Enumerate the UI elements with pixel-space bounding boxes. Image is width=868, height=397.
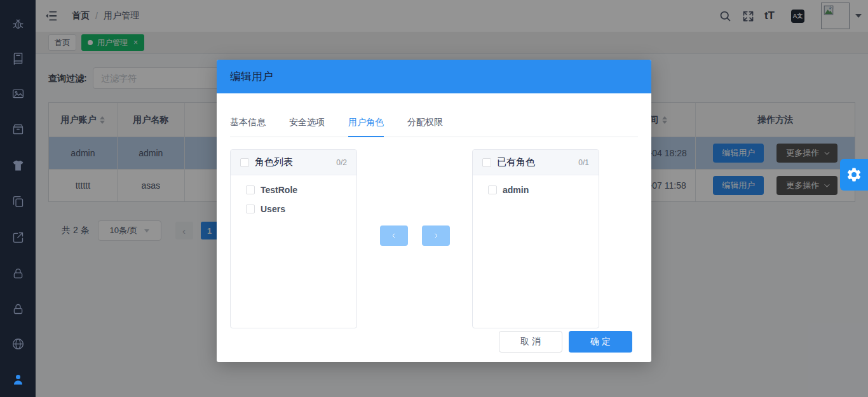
modal-header: 编辑用户: [217, 60, 651, 93]
transfer-to-right-button[interactable]: [422, 225, 450, 246]
transfer-to-left-button[interactable]: [380, 225, 408, 246]
item-checkbox[interactable]: [246, 205, 255, 213]
select-all-checkbox[interactable]: [240, 158, 249, 167]
list-item[interactable]: TestRole: [231, 180, 356, 199]
select-all-checkbox[interactable]: [482, 158, 491, 167]
list-item[interactable]: Users: [231, 199, 356, 219]
item-checkbox[interactable]: [246, 185, 255, 194]
transfer-source-header: 角色列表 0/2: [231, 150, 356, 175]
sidebar-item-user-icon[interactable]: [0, 367, 36, 392]
edit-user-modal: 编辑用户 基本信息 安全选项 用户角色 分配权限 角色列表 0/2 TestRo…: [217, 60, 651, 362]
transfer-source-list: TestRole Users: [231, 175, 356, 219]
sidebar-item-external-link-icon[interactable]: [0, 224, 36, 250]
cancel-button[interactable]: 取 消: [499, 331, 562, 353]
gear-icon: [846, 166, 862, 183]
transfer-target-count: 0/1: [578, 158, 589, 167]
item-label: TestRole: [261, 185, 297, 195]
tab-assign-permissions[interactable]: 分配权限: [407, 117, 443, 137]
sidebar-item-lock-icon[interactable]: [0, 260, 36, 286]
bug-logo-icon: [0, 11, 36, 36]
item-checkbox[interactable]: [488, 185, 497, 194]
transfer-target-panel: 已有角色 0/1 admin: [472, 149, 599, 328]
chevron-left-icon: [390, 232, 398, 239]
transfer-source-title: 角色列表: [255, 156, 293, 168]
chevron-right-icon: [432, 232, 440, 239]
item-label: Users: [261, 204, 285, 214]
modal-tabs: 基本信息 安全选项 用户角色 分配权限: [230, 117, 638, 137]
sidebar-item-book-icon[interactable]: [0, 46, 36, 71]
transfer-target-list: admin: [473, 175, 599, 199]
transfer-target-title: 已有角色: [497, 156, 535, 168]
sidebar-item-copy-icon[interactable]: [0, 189, 36, 214]
tab-basic-info[interactable]: 基本信息: [230, 117, 266, 137]
sidebar: [0, 0, 36, 397]
item-label: admin: [503, 185, 529, 195]
transfer-source-panel: 角色列表 0/2 TestRole Users: [230, 149, 357, 328]
sidebar-item-tshirt-icon[interactable]: [0, 152, 36, 178]
modal-title: 编辑用户: [230, 69, 273, 84]
sidebar-item-archive-icon[interactable]: [0, 116, 36, 142]
list-item[interactable]: admin: [473, 180, 599, 199]
confirm-button[interactable]: 确 定: [569, 331, 632, 353]
settings-fab-button[interactable]: [840, 159, 868, 191]
sidebar-item-image-icon[interactable]: [0, 81, 36, 106]
sidebar-item-globe-icon[interactable]: [0, 331, 36, 356]
transfer-source-count: 0/2: [336, 158, 347, 167]
transfer-target-header: 已有角色 0/1: [473, 150, 599, 175]
tab-security-options[interactable]: 安全选项: [289, 117, 325, 137]
tab-user-roles[interactable]: 用户角色: [348, 117, 384, 137]
sidebar-item-lock2-icon[interactable]: [0, 296, 36, 321]
